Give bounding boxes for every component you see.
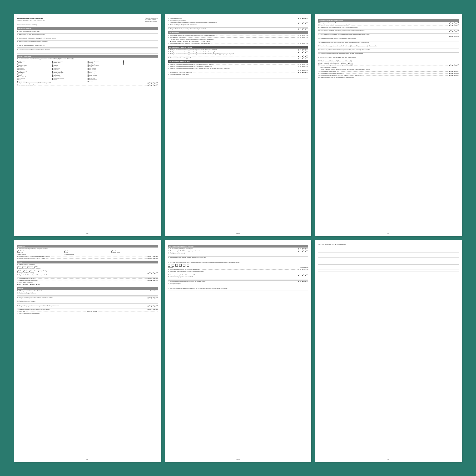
q34: 34. Have there been any problems with yo…: [318, 46, 459, 47]
page-4-num: Page 4: [86, 459, 89, 460]
complete-instruction: Please complete this form in its entiret…: [17, 24, 158, 26]
q46-row: 46. Would you describe your schooling ex…: [17, 256, 158, 257]
page-1: Your Practice's Name Goes Here BIOPSYCHO…: [14, 14, 161, 236]
q38: 38. What is your marital status now? (Pl…: [318, 60, 459, 62]
q31: 31. Has a significant person or family m…: [318, 34, 459, 36]
q59-row: 59. Are you taking any medications curre…: [17, 305, 158, 307]
q13: 13. Please list all of your allergies to…: [168, 24, 308, 26]
q53-row: 53. Have you ever served in the military…: [17, 280, 158, 282]
q41-row: 41. Do you have any close friends? YesNo…: [318, 71, 459, 72]
symptom-extra-5: [123, 64, 158, 65]
q16-row: 16. Are you a former tobacco user? YesNo…: [168, 37, 308, 38]
issues-options: Abuse Conflict Loss Divorce/Separated Tr…: [320, 69, 459, 70]
q64-row: 64. Do you have spiritual beliefs that h…: [168, 250, 308, 252]
q9-text: 9. Are you a survivor of trauma?: [17, 85, 34, 86]
q43-row: 43. Do you get along well with others (n…: [318, 75, 459, 76]
date-line: Today's Date: 10/19/2021: [145, 21, 158, 23]
page-5: Spirituality and Faith, Belief, Meaning …: [165, 240, 311, 462]
q8-row: 8. Do you now or have you ever contempla…: [17, 82, 158, 84]
q47-row: 47. Are you currently in school or in a …: [17, 258, 158, 259]
q45: 45. Please check the highest level you c…: [17, 248, 158, 250]
q36: 36. Have there been any problems with yo…: [318, 53, 459, 55]
q16b: If yes, what form(s) of tobacco have you…: [170, 39, 308, 40]
page-2-num: Page 2: [236, 233, 240, 235]
q33: 33. How are the relationships in your su…: [318, 42, 459, 44]
q50-row: 50. Are you retired from working? YesNoN…: [17, 272, 158, 274]
page-5-num: Page 5: [236, 459, 240, 460]
q60-row: 60. Have you ever been to a mental healt…: [17, 309, 158, 311]
q63b: 63. Is there anything else you'd like to…: [318, 244, 459, 246]
q42-row: 42. Do you have problems being in friend…: [318, 73, 459, 74]
page-2: 10. Are you pregnant now? YesNoN/A 11. I…: [165, 14, 311, 236]
page-1-num: Page 1: [86, 233, 89, 235]
q39b: If yes, please check a reason why: [320, 67, 459, 68]
q18-row: 18. Would you or someone you know say yo…: [168, 49, 308, 51]
marital-options: Single Married In a Relationship Widowed…: [318, 63, 459, 64]
q39-row: 39. Have you ever had problems in your m…: [318, 65, 459, 66]
practice-name: Your Practice's Name Goes Here: [17, 17, 45, 20]
q51: 51. If yes, what kind of work did you do…: [17, 274, 158, 276]
spirituality-header: Spirituality and Faith, Belief, Meaning: [168, 245, 308, 248]
page-3-num: Page 3: [387, 233, 390, 235]
q56: 56. Past Medical/Surgical Problems:: [17, 292, 158, 294]
symptoms-col2: Have Special Powers Hearing Things Helpl…: [52, 60, 87, 82]
q67: 67. On a scale of 0 (not important at al…: [168, 262, 308, 263]
q22-row: 22. Would you or someone you know say yo…: [168, 64, 308, 66]
q73: 73. If yes, please explain:: [168, 283, 308, 285]
medical-header: Medical: [17, 287, 158, 290]
q7-intro: 7. Are you experiencing any of the follo…: [17, 58, 158, 60]
edu-options: No Education K - 5th 8th - 8th 8th - 12t…: [17, 250, 158, 255]
patient-name-line: Patient Name: enter name: [145, 17, 158, 19]
q49: 49. How long do you usually stay in your…: [17, 268, 158, 270]
page-4: Education 45. Please check the highest l…: [14, 240, 161, 462]
q24-yna: YesNoN/A: [168, 70, 308, 71]
q6: 6. If treatment was successful, how woul…: [17, 49, 158, 51]
pages-grid: Your Practice's Name Goes Here BIOPSYCHO…: [0, 0, 476, 476]
q20-yna: YesNoN/A: [168, 55, 308, 57]
q15-row: 15. Have you ever used any form of tobac…: [168, 35, 308, 36]
q55-row: 55. Who is your current Primary Care Phy…: [17, 290, 158, 292]
q4: 4. How is the problem interfering with y…: [17, 41, 158, 43]
q1: 1. Please describe what brings you in to…: [17, 31, 158, 32]
q20: 20. Would you or someone you know say yo…: [168, 53, 308, 55]
q62: 62. Current APRN/Psychiatrist, if applic…: [17, 313, 158, 315]
symptom-restless: Restless: [52, 79, 87, 81]
symptoms-col1: Angry / Irritable Anxiety Avoidance Can'…: [17, 60, 52, 82]
q52-row: 52. Do you feel financially secure? YesN…: [17, 278, 158, 280]
current-symptoms-header: Current Symptoms: [17, 55, 158, 58]
q70-row: 70. Are you part of a spiritual or relig…: [168, 274, 308, 276]
patient-info: Patient Name: enter name Date of Birth: …: [145, 17, 158, 23]
substance-addiction-present-header: Substance Use / Addiction Present: [168, 46, 308, 49]
q32: 32. How are the relationships with your …: [318, 38, 459, 40]
q8-text: 8. Do you now or have you ever contempla…: [17, 82, 51, 84]
q72-row: 72. Is there a group of people you reall…: [168, 281, 308, 283]
q31-yna: YesNoN/A: [318, 36, 459, 38]
scale-row: [168, 264, 308, 267]
dob-line: Date of Birth: 02/02/02: [145, 19, 158, 21]
page-6-num: Page 6: [387, 459, 390, 460]
q35: 35. Are there any problems with your fam…: [318, 49, 459, 51]
q9-yna: Yes No N/A: [148, 85, 158, 86]
symptom-too-much: Too Much: [87, 81, 122, 82]
q24: 24. Would you or someone you know say yo…: [168, 68, 308, 69]
page-6: 63. Is there anything else you'd like to…: [315, 240, 462, 462]
q25-row: 25. Is there a history in your family of…: [168, 72, 308, 73]
q11-row: 11. If yes, when are you expecting?: [168, 20, 308, 22]
q74: 74. How would you like your health care …: [168, 288, 308, 289]
education-header: Education: [17, 245, 158, 248]
tobacco-options: Cigarettes Pipes Cigars Chewing Tobacco …: [170, 41, 308, 42]
q37: 37. Are there any problems with your sup…: [318, 57, 459, 58]
q48: 48. What is your work history like?: [17, 264, 158, 266]
q19-row: 19. Would you or someone you know say yo…: [168, 51, 308, 53]
page-3: Personal, Family, and Relationships 27. …: [315, 14, 462, 236]
symptom-interest: Lack of Interest: [17, 81, 52, 82]
q14-row: 14. Has your physical health prevented y…: [168, 28, 308, 30]
q17-row: 17. Have you been in a program to help y…: [168, 43, 308, 45]
q30-row: 30. Does anyone in your family have a hi…: [318, 30, 459, 32]
q2: 2. How long have you been experiencing t…: [17, 34, 158, 36]
q44: 44. What do you like to do for fun / in …: [318, 77, 459, 79]
q57-row: 57. Are you experiencing any medical pro…: [17, 297, 158, 299]
q10-row: 10. Are you pregnant now? YesNoN/A: [168, 18, 308, 20]
stay-options: Weeks Months About a Year Longer Than 1 …: [17, 270, 158, 272]
q69: 69. What role do your beliefs play in yo…: [168, 271, 308, 272]
